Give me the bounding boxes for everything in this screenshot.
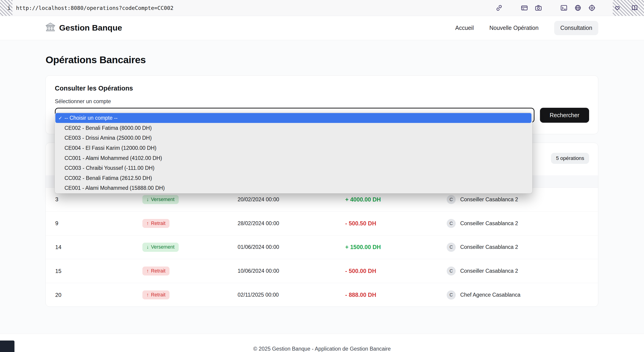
option-label: CE001 - Alami Mohammed (15888.00 DH) — [64, 185, 165, 191]
type-label: Retrait — [151, 292, 165, 298]
option-label: CC003 - Chraibi Youssef (-111.00 DH) — [64, 165, 154, 171]
operation-date: 10/06/2024 00:00 — [238, 268, 346, 274]
operation-amount: + 4000.00 DH — [345, 196, 447, 203]
operation-date: 20/02/2024 00:00 — [238, 196, 346, 203]
option-label: CC002 - Benali Fatima (2612.50 DH) — [64, 175, 152, 181]
option-label: CE002 - Benali Fatima (8000.00 DH) — [64, 125, 152, 131]
operation-amount: + 1500.00 DH — [345, 244, 447, 250]
table-row: 15 ↑Retrait 10/06/2024 00:00 - 500.00 DH… — [46, 259, 598, 283]
url-bar[interactable]: http://localhost:8080/operations?codeCom… — [16, 5, 174, 11]
check-icon: ✓ — [58, 115, 64, 121]
arrow-down-icon: ↓ — [146, 244, 149, 250]
type-badge-retrait: ↑Retrait — [142, 266, 170, 275]
card-icon[interactable] — [521, 4, 528, 12]
page-footer: © 2025 Gestion Banque - Application de G… — [0, 334, 644, 352]
dropdown-option[interactable]: CE003 - Drissi Amina (25000.00 DH) — [55, 133, 532, 143]
table-row: 14 ↓Versement 01/06/2024 00:00 + 1500.00… — [46, 235, 598, 259]
agent-name: Conseiller Casablanca 2 — [460, 220, 518, 227]
option-label: -- Choisir un compte -- — [64, 115, 118, 121]
screen: i http://localhost:8080/operations?codeC… — [0, 0, 644, 352]
operation-amount: - 500.00 DH — [345, 268, 447, 274]
globe-icon[interactable] — [574, 4, 582, 12]
operation-date: 01/06/2024 00:00 — [238, 244, 346, 250]
camera-icon[interactable] — [535, 4, 542, 12]
dropdown-option[interactable]: CE002 - Benali Fatima (8000.00 DH) — [55, 123, 532, 133]
terminal-icon[interactable] — [560, 4, 568, 12]
operation-amount: - 888.00 DH — [345, 291, 447, 298]
app-header: Gestion Banque Accueil Nouvelle Opératio… — [0, 16, 644, 41]
agent-name: Conseiller Casablanca 2 — [460, 268, 518, 274]
table-row: 9 ↑Retrait 28/02/2024 00:00 - 500.50 DH … — [46, 212, 598, 235]
page-title: Opérations Bancaires — [46, 54, 598, 66]
type-label: Versement — [151, 197, 174, 202]
brand[interactable]: Gestion Banque — [46, 23, 122, 34]
operation-date: 28/02/2024 00:00 — [238, 220, 346, 227]
dropdown-option[interactable]: CE001 - Alami Mohammed (15888.00 DH) — [55, 183, 532, 193]
avatar: C — [447, 243, 456, 252]
option-label: CE003 - Drissi Amina (25000.00 DH) — [64, 135, 152, 141]
operation-id: 9 — [55, 220, 142, 227]
avatar: C — [447, 195, 456, 204]
dropdown-option[interactable]: CC002 - Benali Fatima (2612.50 DH) — [55, 173, 532, 183]
footer-text: © 2025 Gestion Banque - Application de G… — [253, 346, 391, 352]
browser-bar: i http://localhost:8080/operations?codeC… — [0, 0, 644, 16]
arrow-up-icon: ↑ — [146, 221, 149, 226]
dropdown-option[interactable]: CC003 - Chraibi Youssef (-111.00 DH) — [55, 163, 532, 173]
table-row: 20 ↑Retrait 02/11/2025 00:00 - 888.00 DH… — [46, 283, 598, 307]
card-title: Consulter les Opérations — [55, 85, 589, 92]
link-icon[interactable] — [496, 4, 503, 12]
type-badge-retrait: ↑Retrait — [142, 219, 170, 228]
nav-nouvelle-operation[interactable]: Nouvelle Opération — [490, 25, 538, 31]
agent-name: Chef Agence Casablanca — [460, 292, 520, 298]
dropdown-option[interactable]: CE004 - El Fassi Karim (12000.00 DH) — [55, 143, 532, 153]
arrow-up-icon: ↑ — [146, 268, 149, 274]
type-badge-versement: ↓Versement — [142, 243, 179, 252]
type-badge-retrait: ↑Retrait — [142, 290, 170, 299]
avatar: C — [447, 290, 456, 299]
agent-name: Conseiller Casablanca 2 — [460, 244, 518, 250]
operation-id: 14 — [55, 244, 142, 250]
type-label: Retrait — [151, 268, 165, 274]
operation-id: 20 — [55, 292, 142, 298]
avatar: C — [447, 266, 456, 275]
agent-name: Conseiller Casablanca 2 — [460, 196, 518, 203]
arrow-up-icon: ↑ — [146, 292, 149, 298]
option-label: CE004 - El Fassi Karim (12000.00 DH) — [64, 145, 156, 151]
dropdown-option[interactable]: CC001 - Alami Mohammed (4102.00 DH) — [55, 153, 532, 163]
dropdown-option-placeholder[interactable]: ✓ -- Choisir un compte -- — [55, 113, 532, 123]
type-badge-versement: ↓Versement — [142, 195, 179, 204]
bank-logo-icon — [46, 23, 55, 34]
operation-date: 02/11/2025 00:00 — [238, 292, 346, 298]
main-nav: Accueil Nouvelle Opération Consultation — [455, 21, 598, 35]
target-icon[interactable] — [588, 4, 596, 12]
operation-id: 3 — [55, 196, 142, 203]
nav-accueil[interactable]: Accueil — [455, 25, 474, 31]
nav-consultation[interactable]: Consultation — [554, 21, 598, 35]
bottom-left-corner-widget — [0, 340, 14, 352]
book-icon[interactable] — [631, 4, 638, 12]
avatar: C — [447, 219, 456, 228]
browser-toolbar-icons — [496, 4, 638, 12]
operation-amount: - 500.50 DH — [345, 220, 447, 227]
operations-count-badge: 5 opérations — [551, 153, 589, 164]
type-label: Retrait — [151, 221, 165, 226]
info-icon: i — [6, 5, 12, 11]
brand-name: Gestion Banque — [59, 23, 122, 33]
type-label: Versement — [151, 244, 174, 250]
rechercher-button[interactable]: Rechercher — [540, 108, 589, 123]
operation-id: 15 — [55, 268, 142, 274]
option-label: CC001 - Alami Mohammed (4102.00 DH) — [64, 155, 162, 161]
heart-hands-icon[interactable] — [614, 4, 621, 12]
arrow-down-icon: ↓ — [146, 197, 149, 202]
account-dropdown-panel: ✓ -- Choisir un compte -- CE002 - Benali… — [55, 113, 532, 193]
select-label: Sélectionner un compte — [55, 98, 589, 105]
